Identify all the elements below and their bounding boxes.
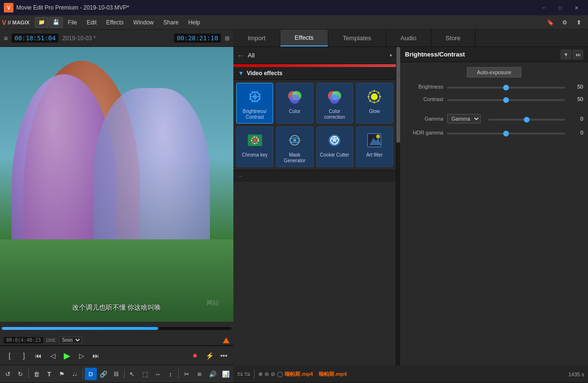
delete-button[interactable]: 🗑 [31, 368, 43, 380]
marker-button[interactable]: ⚑ [56, 368, 68, 380]
hdr-gamma-slider[interactable] [447, 133, 565, 135]
storyboard-area: ⮀ ⮀ ⊕ ⊖ ⊘ ◯ 嗡帕斯.mp4 嗡帕斯.mp4 1435 s [233, 366, 588, 383]
unlink-tool[interactable]: ⛓ [110, 368, 122, 380]
audio-mixer-button[interactable]: 📊 [220, 368, 232, 380]
storyboard-separator [254, 370, 254, 379]
tab-effects[interactable]: Effects [280, 30, 329, 46]
slide-tool[interactable]: ↕ [164, 368, 176, 380]
playhead-marker-icon [223, 338, 230, 343]
menu-window[interactable]: Window [128, 15, 159, 30]
tab-templates[interactable]: Templates [328, 30, 386, 46]
minimize-button[interactable]: − [536, 3, 552, 12]
text-tool[interactable]: T [44, 368, 56, 380]
skip-to-end-button[interactable]: ⏭ [90, 350, 102, 361]
play-button[interactable]: ▶ [61, 350, 73, 361]
effects-scroll-thumb[interactable] [396, 47, 400, 143]
props-next-button[interactable]: ⏭ [573, 50, 583, 59]
video-subtitle: 改个调儿也听不懂 你这啥叫唤 [0, 304, 233, 312]
insert-button[interactable]: ⊞ [193, 368, 205, 380]
maximize-button[interactable]: □ [553, 3, 568, 12]
redo-button[interactable]: ↻ [15, 368, 27, 380]
brightness-slider[interactable] [447, 87, 565, 89]
properties-title: Brightness/Contrast [405, 51, 561, 58]
menu-effects[interactable]: Effects [102, 15, 128, 30]
gamma-select[interactable]: Gamma [447, 114, 481, 124]
razor-tool[interactable]: D [85, 368, 97, 380]
effect-tile-chroma-key[interactable]: Chroma key [236, 126, 273, 167]
storyboard-duration: 1435 s [568, 372, 584, 377]
art-filter-label: Art filter [366, 152, 382, 158]
skip-to-start-button[interactable]: ⏮ [33, 350, 44, 361]
progress-bar[interactable] [2, 327, 231, 330]
hdr-gamma-label: HDR gamma [405, 130, 443, 135]
cut-button[interactable]: ✂ [181, 368, 193, 380]
tab-audio[interactable]: Audio [386, 30, 431, 46]
upload-button[interactable]: ⬆ [572, 15, 586, 30]
menu-help[interactable]: Help [184, 15, 205, 30]
expand-button[interactable]: ⊞ [225, 35, 230, 42]
tab-store[interactable]: Store [431, 30, 475, 46]
props-prev-button[interactable]: ▼ [561, 50, 571, 59]
bookmark-button[interactable]: 🔖 [543, 15, 557, 30]
tab-import[interactable]: Import [233, 30, 280, 46]
effect-tile-color-correction[interactable]: Colorcorrection [316, 83, 353, 124]
effects-scrollbar[interactable] [396, 47, 400, 366]
close-button[interactable]: ✕ [569, 3, 584, 12]
gamma-slider-container [488, 115, 565, 122]
effect-tile-art-filter[interactable]: Art filter [356, 126, 393, 167]
menu-file[interactable]: File [63, 15, 82, 30]
gamma-slider[interactable] [488, 119, 565, 121]
effect-tile-color[interactable]: Color [276, 83, 313, 124]
bracket-in-button[interactable]: [ [4, 350, 15, 361]
settings-button[interactable]: ⚙ [557, 15, 572, 30]
total-time-display: 00:28:21:10 [174, 34, 221, 43]
cookie-cutter-icon [324, 130, 345, 151]
menu-share[interactable]: Share [159, 15, 184, 30]
collapse-arrow[interactable]: ▼ [238, 70, 244, 77]
color-correction-label: Colorcorrection [324, 109, 345, 120]
toolbar-separator-2 [82, 369, 83, 379]
more-transport-button[interactable]: ••• [218, 350, 230, 361]
menu-edit[interactable]: Edit [82, 15, 102, 30]
storyboard-nav-btn-4[interactable]: ◯ [277, 371, 283, 377]
storyboard-nav-btn-3[interactable]: ⊘ [271, 371, 275, 377]
bracket-out-button[interactable]: ] [18, 350, 30, 361]
app-title: Movie Edit Pro Premium - 2019-10-03.MVP* [16, 4, 536, 11]
link-tool[interactable]: 🔗 [98, 368, 110, 380]
glow-label: Glow [369, 109, 380, 114]
effect-tile-cookie-cutter[interactable]: Cookie Cutter [316, 126, 353, 167]
left-panel: ≡ 00:18:51:04 2019-10-03 * 00:28:21:10 ⊞… [0, 30, 233, 383]
properties-panel: Brightness/Contrast ▼ ⏭ Auto-exposure Br… [400, 47, 588, 366]
step-back-button[interactable]: ◁ [47, 350, 58, 361]
storyboard-nav-btn-1[interactable]: ⊕ [258, 371, 263, 377]
slip-tool[interactable]: ↔ [152, 368, 164, 380]
range-select-tool[interactable]: ⬚ [139, 368, 151, 380]
volume-button[interactable]: 🔊 [207, 368, 219, 380]
quick-export-button[interactable]: ⚡ [204, 350, 215, 361]
beat-marker-button[interactable]: ♩♩ [69, 368, 81, 380]
hdr-gamma-row: HDR gamma 0 [405, 129, 583, 136]
effects-back-button[interactable]: ← [237, 52, 244, 59]
undo-button[interactable]: ↺ [2, 368, 14, 380]
unit-select[interactable]: 5min [59, 337, 82, 344]
storyboard-arrows: ⮀ ⮀ [237, 371, 250, 378]
auto-exposure-button[interactable]: Auto-exposure [467, 67, 521, 78]
more-effects-area: ··· [233, 170, 396, 182]
storyboard-nav-btn-2[interactable]: ⊖ [265, 371, 269, 377]
svg-point-5 [290, 94, 300, 104]
svg-marker-0 [223, 338, 230, 343]
effect-tile-mask-generator[interactable]: MaskGenerator [276, 126, 313, 167]
record-button[interactable]: ● [189, 350, 201, 361]
effects-dropdown-arrow[interactable]: ▾ [390, 53, 392, 58]
save-button[interactable]: 💾 [49, 17, 63, 28]
step-forward-button[interactable]: ▷ [76, 350, 87, 361]
menu-hamburger[interactable]: ≡ [4, 34, 8, 42]
effect-tile-glow[interactable]: Glow [356, 83, 393, 124]
open-folder-button[interactable]: 📁 [35, 17, 48, 28]
effect-tile-brightness-contrast[interactable]: Brightness/Contrast [236, 83, 273, 124]
select-tool[interactable]: ↖ [127, 368, 138, 380]
more-effects-label: ··· [238, 173, 242, 179]
contrast-slider[interactable] [447, 99, 565, 101]
mask-generator-label: MaskGenerator [284, 152, 305, 164]
hdr-gamma-slider-container [447, 129, 565, 136]
